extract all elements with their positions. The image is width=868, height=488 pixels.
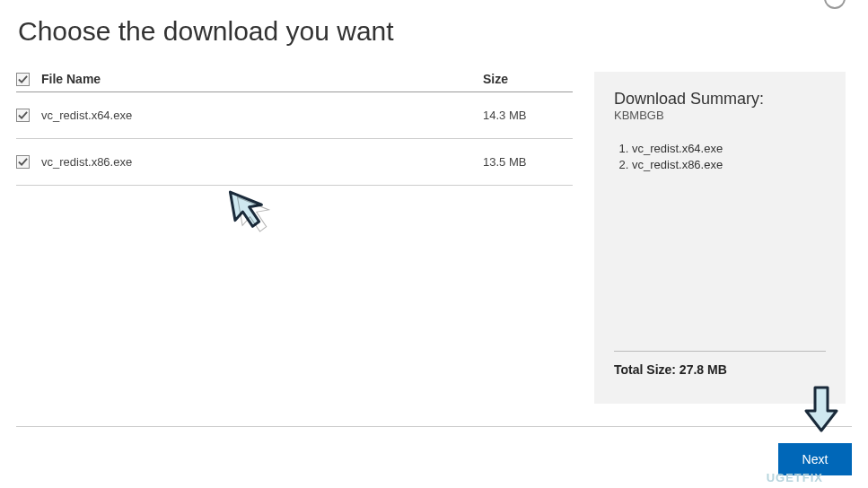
file-table: File Name Size vc_redist.x64.exe 14.3 MB…	[16, 72, 573, 404]
filename-text: vc_redist.x64.exe	[41, 109, 483, 122]
summary-list: vc_redist.x64.exe vc_redist.x86.exe	[614, 142, 826, 338]
filename-text: vc_redist.x86.exe	[41, 155, 483, 169]
row-checkbox[interactable]	[16, 155, 30, 169]
table-row: vc_redist.x86.exe 13.5 MB	[16, 139, 573, 186]
table-row: vc_redist.x64.exe 14.3 MB	[16, 92, 573, 139]
summary-title: Download Summary:	[614, 90, 826, 109]
watermark: UGETFIX	[767, 471, 823, 484]
page-title: Choose the download you want	[0, 0, 868, 47]
column-header-size: Size	[483, 72, 573, 86]
size-text: 14.3 MB	[483, 109, 573, 122]
download-summary-panel: Download Summary: KBMBGB vc_redist.x64.e…	[594, 72, 846, 404]
close-icon[interactable]	[824, 0, 846, 11]
list-item: vc_redist.x86.exe	[632, 158, 826, 171]
divider	[16, 426, 852, 427]
size-text: 13.5 MB	[483, 155, 573, 169]
row-checkbox[interactable]	[16, 109, 30, 122]
summary-subtitle: KBMBGB	[614, 109, 826, 122]
select-all-checkbox[interactable]	[16, 73, 30, 86]
column-header-filename: File Name	[41, 72, 483, 86]
list-item: vc_redist.x64.exe	[632, 142, 826, 155]
table-header: File Name Size	[16, 72, 573, 92]
total-size-label: Total Size: 27.8 MB	[614, 362, 826, 386]
divider	[614, 351, 826, 352]
